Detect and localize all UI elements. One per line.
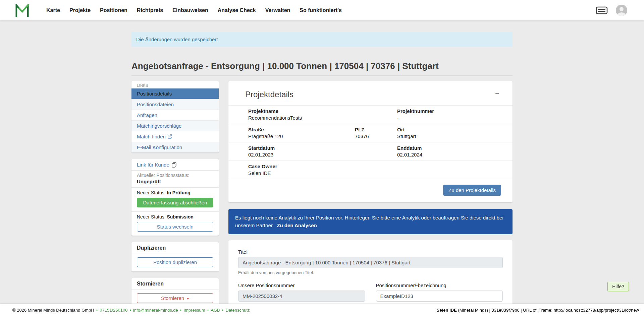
customer-link[interactable]: Link für Kunde	[131, 159, 219, 171]
nav-item-karte[interactable]: Karte	[42, 5, 65, 16]
bezeichnung-label: Positionsnummer/-bezeichnung	[376, 282, 503, 288]
main-nav: Karte Projekte Positionen Richtpreis Ein…	[42, 5, 346, 16]
projektdetails-table: Projektname RecommendationsTests Projekt…	[228, 105, 513, 179]
analytics-banner: Es liegt noch keine Analytik zu Ihrer Po…	[228, 209, 513, 234]
sidebar-item-positionsdateien[interactable]: Positionsdateien	[131, 99, 219, 110]
projektname-value: RecommendationsTests	[248, 115, 397, 121]
enddatum-value: 02.01.2024	[397, 152, 502, 157]
session-user: Selen IDE	[437, 308, 457, 313]
current-status-value: Ungeprüft	[137, 179, 213, 184]
sidebar-item-match-finden[interactable]: Match finden	[131, 131, 219, 142]
zu-den-projektdetails-button[interactable]: Zu den Projektdetails	[443, 185, 501, 196]
titel-help-text: Erhält den von uns vorgegebenen Titel.	[238, 270, 503, 275]
case-owner-label: Case Owner	[248, 164, 502, 169]
status-wechseln-button[interactable]: Status wechseln	[137, 222, 213, 232]
plz-label: PLZ	[355, 127, 397, 132]
table-row: Projektname RecommendationsTests Projekt…	[228, 106, 513, 124]
position-duplizieren-button[interactable]: Position duplizieren	[137, 257, 213, 267]
datenerfassung-abschliessen-button[interactable]: Datenerfassung abschließen	[137, 198, 213, 207]
titel-label: Titel	[238, 249, 503, 255]
sidebar-item-positionsdetails[interactable]: Positionsdetails	[131, 88, 219, 99]
nav-item-richtpreis[interactable]: Richtpreis	[132, 5, 168, 16]
server-icon[interactable]	[596, 6, 608, 15]
sidebar-item-label: Match finden	[137, 134, 166, 139]
dropdown-caret-icon	[186, 298, 189, 300]
footer-link-phone[interactable]: 07151/250100	[100, 308, 127, 313]
positionsnummer-input	[238, 291, 365, 302]
titel-input	[238, 257, 503, 268]
page-title: Angebotsanfrage - Entsorgung | 10.000 To…	[131, 61, 513, 71]
footer: © 2026 Mineral Minds Deutschland GmbH 07…	[0, 304, 644, 316]
sidebar-item-email-konfiguration[interactable]: E-Mail Konfiguration	[131, 142, 219, 152]
status-card: Link für Kunde Aktueller Positionsstatus…	[131, 159, 219, 236]
ort-label: Ort	[397, 127, 502, 132]
next-status-block-1: Neuer Status: In Prüfung Datenerfassung …	[131, 188, 219, 212]
current-status-block: Aktueller Positionsstatus: Ungeprüft	[131, 171, 219, 188]
projektdetails-card: Projektdetails − Projektname Recommendat…	[228, 81, 513, 202]
footer-separator	[207, 308, 209, 313]
footer-link-agb[interactable]: AGB	[211, 308, 220, 313]
projektnummer-value: -	[397, 115, 502, 121]
mineral-minds-logo[interactable]	[15, 3, 30, 18]
footer-separator	[129, 308, 131, 313]
footer-separator	[222, 308, 224, 313]
table-row: Case Owner Selen IDE	[228, 161, 513, 179]
sidebar-item-label: Anfragen	[137, 112, 157, 118]
main-content: Projektdetails − Projektname Recommendat…	[228, 81, 513, 316]
next-status-label: Neuer Status:	[137, 190, 166, 195]
projektnummer-label: Projektnummer	[397, 108, 502, 114]
hilfe-button[interactable]: Hilfe?	[607, 282, 629, 291]
analytics-banner-text: Es liegt noch keine Analytik zu Ihrer Po…	[235, 215, 503, 228]
startdatum-value: 02.01.2023	[248, 152, 397, 157]
ort-value: Stuttgart	[397, 133, 502, 139]
sidebar-item-label: Positionsdetails	[137, 91, 172, 97]
zu-den-analysen-link[interactable]: Zu den Analysen	[277, 223, 317, 228]
stornieren-title: Stornieren	[131, 278, 219, 290]
sidebar-item-label: Matchingvorschläge	[137, 123, 181, 129]
session-details: (Mineral Minds) | 331e839f79b6 | URL of …	[457, 308, 639, 313]
sidebar: LINKS Positionsdetails Positionsdateien …	[131, 81, 219, 314]
duplizieren-title: Duplizieren	[131, 242, 219, 254]
footer-links: © 2026 Mineral Minds Deutschland GmbH 07…	[12, 308, 250, 313]
footer-link-impressum[interactable]: Impressum	[183, 308, 205, 313]
copy-icon	[172, 162, 176, 168]
stornieren-button[interactable]: Stornieren	[137, 293, 213, 303]
enddatum-label: Enddatum	[397, 145, 502, 151]
strasse-label: Straße	[248, 127, 355, 132]
plz-value: 70376	[355, 133, 397, 139]
nav-item-so-funktionierts[interactable]: So funktioniert's	[295, 5, 346, 16]
nav-item-analyse-check[interactable]: Analyse Check	[213, 5, 261, 16]
navbar-right	[596, 5, 627, 16]
nav-item-einbauweisen[interactable]: Einbauweisen	[168, 5, 213, 16]
footer-link-datenschutz[interactable]: Datenschutz	[225, 308, 250, 313]
top-navbar: Karte Projekte Positionen Richtpreis Ein…	[0, 0, 644, 20]
footer-session-info: Selen IDE (Mineral Minds) | 331e839f79b6…	[437, 308, 639, 313]
positionsnummer-label: Unsere Positionsnummer	[238, 282, 365, 288]
nav-item-verwalten[interactable]: Verwalten	[261, 5, 295, 16]
next-status-value: In Prüfung	[167, 190, 191, 195]
footer-separator	[96, 308, 98, 313]
footer-separator	[180, 308, 182, 313]
user-avatar[interactable]	[616, 5, 627, 16]
current-status-label: Aktueller Positionsstatus:	[137, 173, 213, 178]
customer-link-label: Link für Kunde	[137, 162, 169, 168]
sidebar-item-label: Positionsdateien	[137, 102, 174, 107]
stornieren-card: Stornieren Stornieren	[131, 278, 219, 307]
table-row: Straße Pragstraße 120 PLZ 70376 Ort Stut…	[228, 124, 513, 142]
next-status-value: Submission	[167, 214, 194, 219]
nav-item-positionen[interactable]: Positionen	[95, 5, 132, 16]
links-header: LINKS	[131, 81, 219, 88]
title-divider	[131, 75, 513, 76]
projektdetails-title: Projektdetails	[245, 90, 513, 99]
table-row: Startdatum 02.01.2023 Enddatum 02.01.202…	[228, 142, 513, 161]
logo-m-icon	[15, 4, 29, 17]
bezeichnung-input[interactable]	[376, 291, 503, 302]
sidebar-links-card: LINKS Positionsdetails Positionsdateien …	[131, 81, 219, 152]
nav-item-projekte[interactable]: Projekte	[65, 5, 95, 16]
external-link-icon	[168, 134, 172, 139]
sidebar-item-anfragen[interactable]: Anfragen	[131, 110, 219, 120]
sidebar-item-matchingvorschlaege[interactable]: Matchingvorschläge	[131, 120, 219, 131]
next-status-label: Neuer Status:	[137, 214, 166, 219]
footer-link-email[interactable]: info@mineral-minds.de	[133, 308, 178, 313]
collapse-button[interactable]: −	[493, 89, 501, 98]
